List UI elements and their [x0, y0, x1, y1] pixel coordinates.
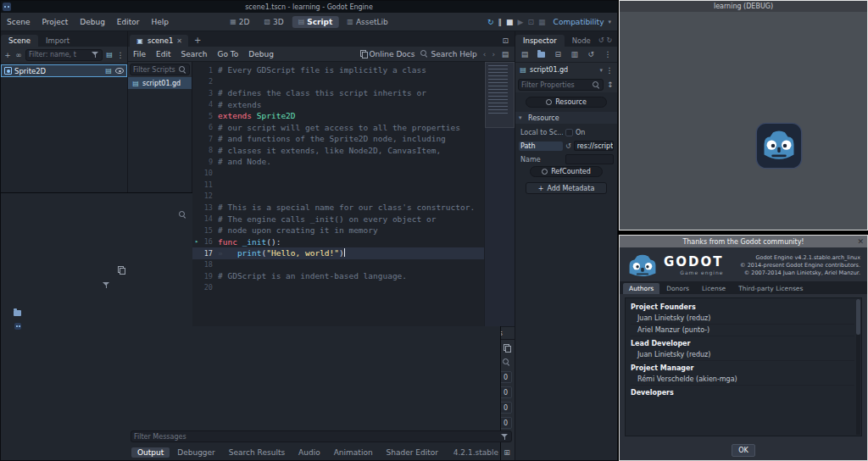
workspace-2d[interactable]: ▦2D	[224, 16, 255, 28]
resource-history-button[interactable]: ↺	[587, 50, 595, 58]
menu-debug[interactable]: Debug	[74, 13, 111, 31]
menu-project[interactable]: Project	[36, 13, 74, 31]
visibility-icon[interactable]	[115, 68, 124, 74]
scrollbar-thumb[interactable]	[856, 299, 860, 335]
history-forward-button[interactable]: ›	[492, 50, 495, 58]
script-menu-go-to[interactable]: Go To	[212, 50, 243, 58]
property-label[interactable]: Local to Sc...	[519, 128, 563, 137]
version-label[interactable]: 4.2.1.stable	[453, 448, 498, 457]
code-line[interactable]: 4# extends	[192, 99, 515, 111]
resource-menu-icon[interactable]: ⋮	[605, 66, 614, 75]
renderer-dropdown-icon[interactable]: ▾	[608, 19, 611, 25]
filter-scripts-input[interactable]	[133, 66, 177, 74]
fs-focus-file-icon[interactable]	[118, 266, 125, 274]
about-tab-authors[interactable]: Authors	[623, 283, 659, 294]
distraction-free-icon[interactable]: ⊡	[502, 36, 513, 47]
engine-version[interactable]: Godot Engine v4.2.1.stable.arch_linux	[740, 254, 860, 262]
search-help-button[interactable]: Search Help	[420, 50, 476, 58]
about-tab-third-party-licenses[interactable]: Third-party Licenses	[732, 283, 809, 294]
bottom-tab-animation[interactable]: Animation	[328, 447, 379, 458]
scene-filter-input[interactable]	[29, 51, 90, 58]
resource-dropdown-icon[interactable]: ▾	[599, 67, 603, 74]
load-resource-button[interactable]	[537, 52, 546, 58]
workspace-script[interactable]: ▤Script	[292, 16, 339, 28]
bottom-tab-search-results[interactable]: Search Results	[223, 447, 291, 458]
instance-scene-button[interactable]: ∞	[14, 51, 23, 59]
code-editor[interactable]: 1# Every GDScript file is implicitly a c…	[192, 62, 515, 326]
inspector-more-icon[interactable]: ⋮	[615, 36, 618, 44]
tab-inspector[interactable]: Inspector	[515, 35, 565, 47]
movie-maker-button[interactable]: ▦	[538, 18, 546, 26]
code-minimap[interactable]	[484, 62, 515, 326]
code-line[interactable]: 12	[192, 191, 515, 203]
pause-button[interactable]: ‖	[498, 18, 503, 26]
copy-output-button[interactable]	[501, 342, 512, 353]
filter-messages-input[interactable]	[134, 433, 499, 441]
resource-class-pill[interactable]: Resource	[526, 97, 607, 108]
tab-node[interactable]: Node	[565, 35, 598, 47]
inspector-filter-input[interactable]	[521, 81, 591, 89]
add-scene-tab-button[interactable]: +	[189, 34, 206, 47]
script-menu-search[interactable]: Search	[176, 50, 213, 58]
about-tab-license[interactable]: License	[696, 283, 732, 294]
resource-options-button[interactable]: ⋮	[604, 50, 612, 58]
code-line[interactable]: 17» print("Hello, world!")	[192, 247, 515, 259]
bottom-tab-output[interactable]: Output	[131, 447, 170, 458]
inspector-sort-button[interactable]: ↕	[606, 81, 615, 89]
workspace-3d[interactable]: ▧3D	[258, 16, 289, 28]
add-metadata-button[interactable]: + Add Metadata	[526, 182, 607, 194]
expand-bottom-panel-icon[interactable]: ⊞	[503, 448, 511, 457]
code-line[interactable]: 14# The engine calls _init() on every ob…	[192, 214, 515, 225]
tab-scene[interactable]: Scene	[1, 35, 38, 47]
script-menu-debug[interactable]: Debug	[243, 50, 279, 58]
online-docs-button[interactable]: Online Docs	[360, 50, 415, 58]
restart-button[interactable]: ↻	[487, 18, 494, 26]
edited-resource-row[interactable]: script01.gd ▾ ⋮	[515, 62, 617, 77]
code-line[interactable]: 5extends Sprite2D	[192, 110, 515, 122]
editor-counter-button[interactable]: !0	[0, 417, 512, 429]
code-line[interactable]: 11	[192, 179, 515, 191]
value-box[interactable]: res://script01	[574, 141, 614, 151]
script-panel-toggle-icon[interactable]: ▤	[501, 50, 509, 58]
open-script-script01-gd[interactable]: script01.gd	[128, 77, 192, 89]
about-tab-donors[interactable]: Donors	[660, 283, 695, 294]
resource-extra-button[interactable]: ▥	[570, 50, 579, 58]
code-line[interactable]: 19# GDScript is an indent-based language…	[192, 270, 515, 282]
code-line[interactable]: 13# This is a special name for our class…	[192, 202, 515, 214]
history-back-button[interactable]: ‹	[483, 50, 487, 58]
close-icon[interactable]: ✕	[176, 37, 182, 45]
menu-editor[interactable]: Editor	[111, 13, 146, 31]
new-resource-button[interactable]: ▤	[520, 50, 529, 58]
bottom-tab-debugger[interactable]: Debugger	[171, 447, 221, 458]
bottom-tab-audio[interactable]: Audio	[292, 447, 326, 458]
bottom-tab-shader-editor[interactable]: Shader Editor	[381, 447, 444, 458]
code-line[interactable]: 6# our script will get access to all the…	[192, 122, 515, 134]
resource-section-header[interactable]: ▾ Resource	[515, 112, 617, 124]
code-line[interactable]: 8# classes it extends, like Node2D, Canv…	[192, 145, 515, 157]
scene-tab-scene1[interactable]: scene1✕	[130, 35, 188, 47]
code-line[interactable]: 1# Every GDScript file is implicitly a c…	[192, 64, 515, 76]
code-line[interactable]: 20	[192, 282, 515, 294]
close-icon[interactable]: ✕	[857, 236, 864, 247]
stop-button[interactable]: ■	[506, 18, 514, 26]
search-output-button[interactable]	[501, 357, 512, 368]
menu-help[interactable]: Help	[146, 13, 175, 31]
script-menu-edit[interactable]: Edit	[151, 50, 175, 58]
code-line[interactable]: 2	[192, 76, 515, 88]
ok-button[interactable]: OK	[732, 444, 755, 457]
scene-more-button[interactable]: ⋮	[116, 51, 125, 59]
code-line[interactable]: 15# node upon creating it in memory	[192, 225, 515, 236]
property-label[interactable]: Name	[519, 155, 563, 164]
save-resource-button[interactable]: ⊟	[554, 50, 562, 58]
renderer-select[interactable]: Compatibility	[554, 18, 604, 26]
inspector-history-back-icon[interactable]: ↺	[598, 36, 604, 44]
script-menu-file[interactable]: File	[128, 50, 151, 58]
code-line[interactable]: ▸16func _init():	[192, 236, 515, 248]
editor-titlebar[interactable]: scene1.tscn - learning - Godot Engine	[1, 1, 617, 13]
menu-scene[interactable]: Scene	[1, 13, 36, 31]
code-line[interactable]: 7# and functions of the Sprite2D node, i…	[192, 133, 515, 145]
code-line[interactable]: 18	[192, 259, 515, 271]
play-scene-button[interactable]: ▶	[518, 18, 524, 26]
scene-node-sprite2d[interactable]: Sprite2D	[1, 64, 127, 77]
checkbox[interactable]	[565, 129, 573, 136]
